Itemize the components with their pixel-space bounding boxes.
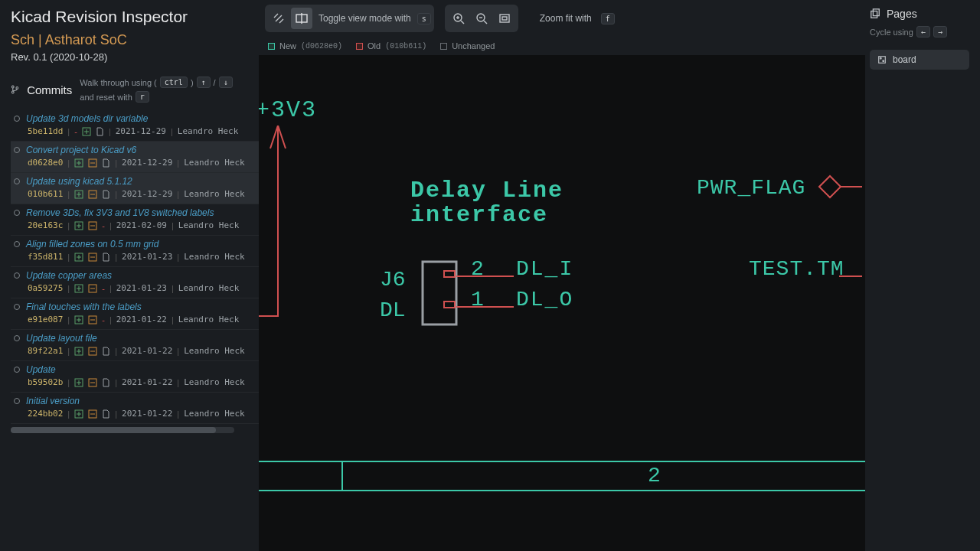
- commit-item[interactable]: Update using kicad 5.1.12010b611||2021-1…: [11, 173, 259, 204]
- commit-meta: 89f22a1||2021-01-22|Leandro Heck: [14, 346, 254, 356]
- commit-meta: 0a59275|-|2021-01-23|Leandro Heck: [14, 283, 254, 293]
- commit-message: Initial version: [26, 396, 80, 406]
- wire: [456, 276, 514, 277]
- kbd-right: →: [933, 26, 947, 37]
- schematic-canvas[interactable]: +3V3 Delay Line interface J6 DL 2 1 DL_I…: [259, 55, 865, 551]
- square-green-icon: [268, 43, 275, 50]
- page-item-board[interactable]: board: [870, 50, 969, 70]
- right-panel: Pages Cycle using ← → board: [865, 0, 980, 551]
- svg-rect-70: [879, 57, 886, 64]
- commit-item[interactable]: Final touches with the labelse91e087|-|2…: [11, 298, 259, 330]
- commit-dot-icon: [14, 178, 20, 184]
- zoom-fit-button[interactable]: [494, 8, 515, 29]
- commit-meta: b59502b||2021-01-22|Leandro Heck: [14, 377, 254, 387]
- horizontal-scrollbar[interactable]: [11, 427, 234, 433]
- kbd-left: ←: [916, 26, 930, 37]
- commit-meta: e91e087|-|2021-01-22|Leandro Heck: [14, 315, 254, 324]
- commit-item[interactable]: Align filled zones on 0.5 mm gridf35d811…: [11, 236, 259, 267]
- swipe-mode-button[interactable]: [291, 8, 312, 29]
- commit-item[interactable]: Remove 3Ds, fix 3V3 and 1V8 switched lab…: [11, 204, 259, 236]
- kbd-f: f: [601, 13, 615, 24]
- board-icon: [877, 55, 887, 64]
- document-title: Sch | Astharot SoC: [11, 32, 259, 48]
- svg-point-2: [16, 87, 18, 90]
- diff-icon: [74, 315, 83, 324]
- diff-legend: New (d0628e0) Old (010b611) Unchanged: [259, 37, 865, 55]
- kbd-ctrl: ctrl: [160, 77, 188, 88]
- diff-icon: [88, 221, 97, 230]
- wire: [259, 315, 278, 317]
- svg-point-71: [880, 57, 881, 59]
- diff-icon: [88, 284, 97, 293]
- diff-icon: [88, 347, 97, 356]
- diff-icon: [74, 378, 83, 387]
- commit-meta: 010b611||2021-12-29|Leandro Heck: [14, 189, 254, 199]
- kbd-s: s: [417, 13, 431, 24]
- commit-item[interactable]: Convert project to Kicad v6d0628e0||2021…: [11, 142, 259, 173]
- commit-item[interactable]: Update layout file89f22a1||2021-01-22|Le…: [11, 330, 259, 361]
- commit-message: Update: [26, 364, 56, 375]
- legend-unchanged: Unchanged: [440, 41, 495, 51]
- commit-message: Update layout file: [26, 333, 97, 344]
- commit-item[interactable]: Update 3d models dir variable5be11dd|-|2…: [11, 110, 259, 142]
- legend-new: New (d0628e0): [268, 41, 342, 51]
- file-icon: [102, 409, 110, 419]
- left-panel: Kicad Revision Inspector Sch | Astharot …: [0, 0, 259, 551]
- diff-icon: [88, 315, 97, 324]
- commit-item[interactable]: Initial version224bb02||2021-01-22|Leand…: [11, 393, 259, 424]
- block-title-2: interface: [410, 202, 548, 228]
- commit-item[interactable]: Updateb59502b||2021-01-22|Leandro Heck: [11, 361, 259, 393]
- commit-dot-icon: [14, 304, 20, 310]
- view-mode-group: Toggle view mode with s: [265, 5, 434, 32]
- commit-list[interactable]: Update 3d models dir variable5be11dd|-|2…: [11, 110, 259, 424]
- test-tm-label: TEST.TM: [749, 257, 844, 281]
- zoom-fit-hint: Zoom fit with f: [529, 13, 621, 24]
- commit-meta: f35d811||2021-01-23|Leandro Heck: [14, 252, 254, 262]
- svg-rect-60: [500, 15, 509, 22]
- diff-icon: [82, 127, 91, 136]
- ref-j6: J6: [380, 268, 406, 292]
- frame-line: [259, 490, 865, 491]
- svg-point-0: [11, 86, 14, 88]
- svg-rect-64: [444, 271, 455, 277]
- commit-meta: 5be11dd|-|2021-12-29|Leandro Heck: [14, 126, 254, 136]
- commit-message: Align filled zones on 0.5 mm grid: [26, 239, 158, 249]
- file-icon: [102, 347, 110, 356]
- diff-icon: [74, 284, 83, 293]
- page-item-label: board: [893, 54, 916, 65]
- commit-message: Final touches with the labels: [26, 302, 142, 312]
- frame-col-2: 2: [648, 464, 661, 487]
- app-title: Kicad Revision Inspector: [11, 8, 259, 26]
- svg-rect-61: [502, 17, 507, 20]
- commit-item[interactable]: Update copper areas0a59275|-|2021-01-23|…: [11, 267, 259, 298]
- connector-symbol: [421, 260, 459, 328]
- file-icon: [102, 378, 110, 387]
- zoom-out-button[interactable]: [471, 8, 492, 29]
- zoom-in-button[interactable]: [448, 8, 469, 29]
- diff-icon: [88, 409, 97, 419]
- diff-icon: [74, 158, 83, 168]
- commit-dot-icon: [14, 272, 20, 279]
- diff-icon: [74, 253, 83, 262]
- wire: [839, 276, 862, 277]
- commit-dot-icon: [14, 241, 20, 247]
- commits-hint: Walk through using ( ctrl ) ↑ / ↓ and re…: [80, 77, 259, 103]
- pin-2: 2: [471, 257, 484, 281]
- commit-dot-icon: [14, 210, 20, 216]
- center-area: Toggle view mode with s Zoom fit with f …: [259, 0, 865, 551]
- diff-icon: [88, 378, 97, 387]
- square-gray-icon: [440, 43, 447, 50]
- block-title-1: Delay Line: [410, 178, 564, 204]
- file-icon: [102, 253, 110, 262]
- file-icon: [102, 190, 110, 199]
- diff-icon: [74, 190, 83, 199]
- onion-mode-button[interactable]: [268, 8, 289, 29]
- diff-icon: [74, 221, 83, 230]
- revision-line: Rev. 0.1 (2020-10-28): [11, 51, 259, 63]
- svg-line-54: [461, 21, 464, 24]
- pages-icon: [870, 8, 880, 19]
- ref-dl: DL: [380, 298, 406, 322]
- pages-cycle-hint: Cycle using ← →: [870, 26, 969, 37]
- svg-rect-69: [873, 9, 879, 16]
- pages-header: Pages: [870, 8, 969, 20]
